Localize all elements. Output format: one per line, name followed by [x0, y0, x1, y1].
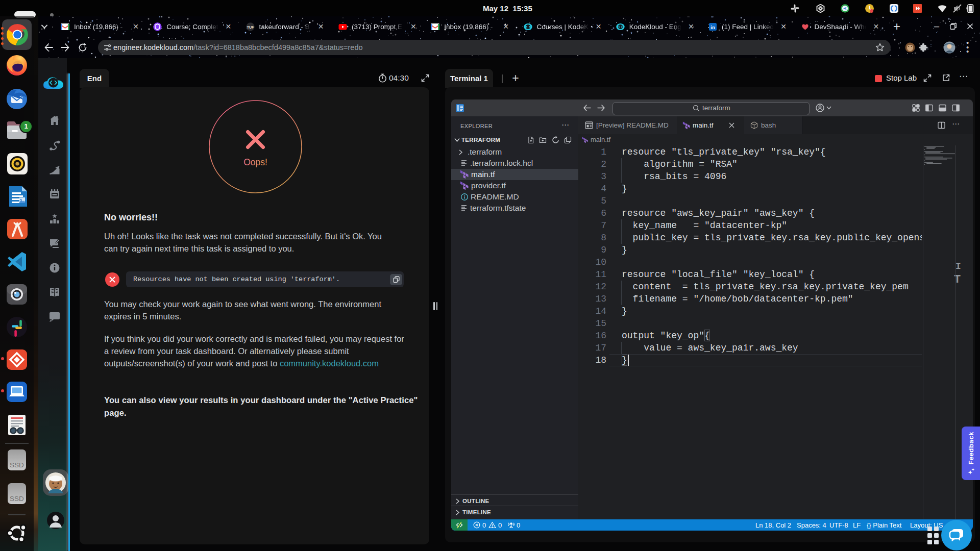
svg-text:SSD: SSD	[10, 495, 24, 503]
svg-text:Oops!: Oops!	[243, 157, 267, 167]
svg-text:in: in	[710, 24, 715, 30]
svg-text:TUF: TUF	[247, 26, 254, 29]
svg-text:SSD: SSD	[10, 461, 24, 469]
